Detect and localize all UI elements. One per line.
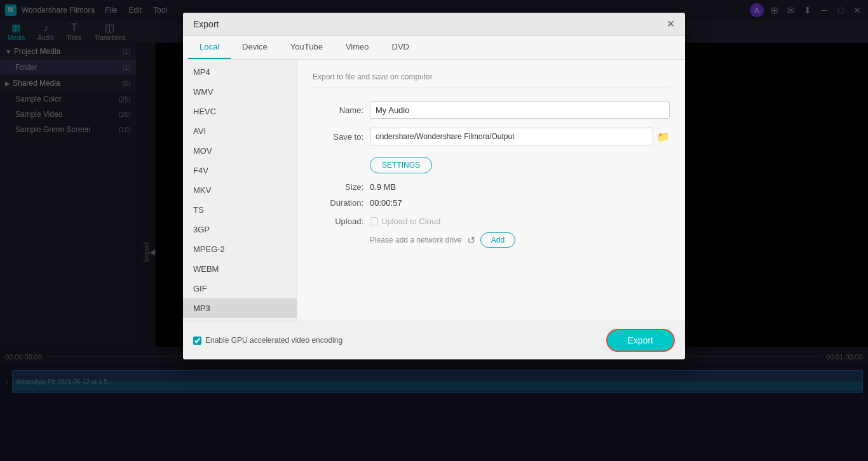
gpu-label: Enable GPU accelerated video encoding [205, 336, 342, 345]
export-settings: Export to file and save on computer Name… [297, 60, 685, 321]
modal-footer: Enable GPU accelerated video encoding Ex… [183, 321, 685, 359]
upload-label: Upload: [313, 217, 363, 226]
tab-dvd[interactable]: DVD [381, 36, 421, 59]
add-network-drive-button[interactable]: Add [480, 232, 515, 248]
tab-youtube[interactable]: YouTube [279, 36, 334, 59]
duration-label: Duration: [313, 198, 363, 208]
format-mpeg2[interactable]: MPEG-2 [183, 239, 297, 259]
gpu-checkbox[interactable] [193, 337, 201, 345]
settings-button[interactable]: SETTINGS [370, 157, 432, 173]
format-mov[interactable]: MOV [183, 141, 297, 161]
tab-vimeo[interactable]: Vimeo [334, 36, 381, 59]
modal-tabs: Local Device YouTube Vimeo DVD [183, 36, 685, 60]
format-webm[interactable]: WEBM [183, 259, 297, 279]
network-drive-row: Please add a network drive ↺ Add [313, 232, 670, 248]
upload-row: Upload: Upload to Cloud [313, 217, 670, 226]
refresh-button[interactable]: ↺ [467, 234, 475, 246]
modal-body: MP4 WMV HEVC AVI MOV F4V MKV TS 3GP MPEG… [183, 60, 685, 321]
browse-folder-icon[interactable]: 📁 [657, 131, 670, 143]
modal-title: Export [193, 19, 219, 29]
gpu-checkbox-label[interactable]: Enable GPU accelerated video encoding [193, 336, 342, 345]
network-drive-text: Please add a network drive [370, 236, 462, 244]
upload-cloud-checkbox[interactable] [370, 217, 378, 225]
save-to-row: Save to: 📁 [313, 128, 670, 145]
duration-row: Duration: 00:00:57 [313, 198, 670, 208]
size-value: 0.9 MB [370, 182, 396, 192]
format-avi[interactable]: AVI [183, 121, 297, 141]
upload-cloud-text: Upload to Cloud [381, 217, 440, 226]
path-row: 📁 [370, 128, 670, 145]
format-wmv[interactable]: WMV [183, 82, 297, 102]
format-f4v[interactable]: F4V [183, 161, 297, 180]
duration-value: 00:00:57 [370, 198, 402, 208]
export-modal: Export ✕ Local Device YouTube Vimeo DVD … [183, 13, 685, 359]
size-label: Size: [313, 182, 363, 192]
modal-close-button[interactable]: ✕ [667, 18, 675, 30]
format-mp3[interactable]: MP3 [183, 298, 297, 318]
export-button[interactable]: Export [606, 329, 675, 352]
tab-local[interactable]: Local [188, 36, 231, 59]
tab-device[interactable]: Device [231, 36, 279, 59]
format-gif[interactable]: GIF [183, 279, 297, 298]
name-label: Name: [313, 105, 363, 115]
size-row: Size: 0.9 MB [313, 182, 670, 192]
export-subtitle: Export to file and save on computer [313, 72, 670, 88]
modal-overlay: Export ✕ Local Device YouTube Vimeo DVD … [0, 0, 868, 461]
format-mp4[interactable]: MP4 [183, 62, 297, 82]
format-hevc[interactable]: HEVC [183, 102, 297, 121]
format-ts[interactable]: TS [183, 200, 297, 220]
format-mkv[interactable]: MKV [183, 180, 297, 200]
name-row: Name: [313, 101, 670, 119]
settings-row: SETTINGS [313, 154, 670, 173]
upload-cloud-label[interactable]: Upload to Cloud [370, 217, 440, 226]
save-to-label: Save to: [313, 132, 363, 142]
modal-title-bar: Export ✕ [183, 13, 685, 36]
save-path-input[interactable] [370, 128, 653, 145]
format-3gp[interactable]: 3GP [183, 220, 297, 239]
name-input[interactable] [370, 101, 670, 119]
format-list: MP4 WMV HEVC AVI MOV F4V MKV TS 3GP MPEG… [183, 60, 297, 321]
